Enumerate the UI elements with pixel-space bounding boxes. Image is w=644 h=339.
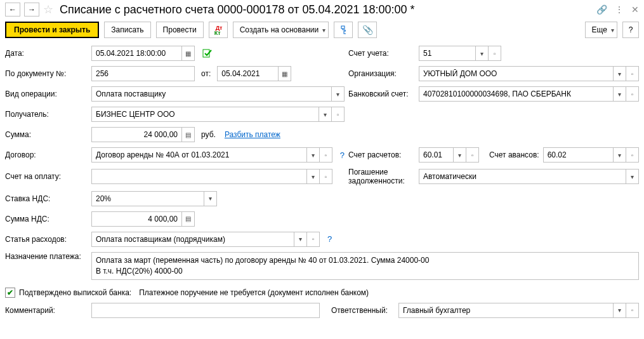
date-label: Дата: (5, 49, 88, 58)
settlement-account-input[interactable] (419, 147, 454, 163)
recipient-input[interactable] (91, 107, 319, 122)
payment-purpose-textarea[interactable]: Оплата за март (переменная часть) по дог… (91, 252, 639, 280)
advance-open-button[interactable]: ▫ (626, 147, 639, 163)
close-icon[interactable]: ✕ (631, 4, 639, 15)
structure-button[interactable] (334, 22, 353, 38)
operation-type-dropdown-button[interactable]: ▾ (332, 86, 345, 102)
responsible-label: Ответственный: (331, 306, 395, 315)
attach-button[interactable]: 📎 (358, 22, 377, 38)
calendar-icon: ▦ (282, 70, 287, 77)
recipient-label: Получатель: (5, 110, 88, 119)
more-button[interactable]: Еще (585, 22, 617, 38)
debt-repayment-label: Погашение задолженности: (348, 168, 415, 186)
amount-label: Сумма: (5, 130, 88, 139)
settlement-account-label: Счет расчетов: (348, 150, 415, 159)
structure-icon (341, 25, 346, 34)
link-icon[interactable]: 🔗 (596, 4, 607, 15)
account-input[interactable] (419, 46, 476, 61)
account-open-button[interactable]: ▫ (489, 46, 501, 61)
amount-calc-button[interactable]: ▤ (182, 127, 195, 142)
confirmed-checkbox[interactable]: ✔ Подтверждено выпиской банка: (5, 288, 131, 298)
settlement-open-button[interactable]: ▫ (466, 147, 479, 163)
svg-rect-0 (341, 26, 345, 29)
expense-dropdown-button[interactable]: ▾ (294, 232, 307, 247)
expense-open-button[interactable]: ▫ (307, 232, 320, 247)
vat-rate-input[interactable] (91, 191, 204, 206)
debt-repayment-input[interactable] (419, 169, 626, 184)
help-button[interactable]: ? (622, 22, 639, 38)
doc-num-input[interactable] (91, 66, 195, 81)
debt-dropdown-button[interactable]: ▾ (626, 169, 639, 184)
currency-label: руб. (201, 130, 216, 139)
date-input[interactable] (91, 46, 182, 61)
advance-dropdown-button[interactable]: ▾ (614, 147, 626, 163)
write-button[interactable]: Записать (104, 22, 150, 38)
create-based-button[interactable]: Создать на основании (233, 22, 329, 38)
responsible-input[interactable] (398, 303, 614, 318)
split-payment-link[interactable]: Разбить платеж (225, 130, 280, 139)
recipient-open-button[interactable]: ▫ (332, 107, 345, 122)
advance-account-label: Счет авансов: (489, 150, 539, 159)
advance-account-input[interactable] (543, 147, 614, 163)
checkbox-checked-icon: ✔ (5, 288, 15, 298)
vat-rate-dropdown-button[interactable]: ▾ (204, 191, 217, 206)
vat-rate-label: Ставка НДС: (5, 194, 88, 203)
comment-input[interactable] (91, 303, 320, 318)
invoice-dropdown-button[interactable]: ▾ (307, 169, 320, 184)
account-label: Счет учета: (348, 49, 415, 58)
amount-input[interactable] (91, 127, 182, 142)
nav-forward-button[interactable]: → (24, 3, 39, 17)
svg-rect-2 (344, 31, 346, 34)
bank-account-open-button[interactable]: ▫ (626, 86, 639, 102)
confirmed-label: Подтверждено выпиской банка: (19, 288, 131, 297)
responsible-dropdown-button[interactable]: ▾ (614, 303, 626, 318)
doc-from-calendar-button[interactable]: ▦ (279, 66, 291, 81)
invoice-input[interactable] (91, 169, 307, 184)
arrow-right-icon: → (28, 5, 36, 14)
from-label: от: (201, 69, 211, 78)
paperclip-icon: 📎 (362, 25, 373, 35)
submit-button[interactable]: Провести (156, 22, 204, 38)
operation-type-input[interactable] (91, 86, 332, 102)
contract-hint-button[interactable]: ? (340, 150, 345, 160)
org-input[interactable] (419, 66, 614, 81)
doc-num-label: По документу №: (5, 69, 88, 78)
doc-from-input[interactable] (217, 66, 279, 81)
expense-item-label: Статья расходов: (5, 235, 88, 244)
bank-account-dropdown-button[interactable]: ▾ (614, 86, 626, 102)
more-icon[interactable]: ⋮ (615, 4, 624, 15)
org-open-button[interactable]: ▫ (626, 66, 639, 81)
bank-account-label: Банковский счет: (348, 90, 415, 98)
contract-input[interactable] (91, 147, 307, 163)
dtkt-button[interactable]: ДтКт (209, 22, 228, 38)
calendar-button[interactable]: ▦ (182, 46, 195, 61)
dtkt-icon: ДтКт (216, 25, 221, 34)
submit-close-button[interactable]: Провести и закрыть (5, 22, 99, 38)
payment-purpose-label: Назначение платежа: (5, 252, 88, 262)
vat-amount-calc-button[interactable]: ▤ (182, 211, 195, 227)
recipient-dropdown-button[interactable]: ▾ (319, 107, 332, 122)
calendar-icon: ▦ (185, 50, 191, 57)
favorite-star-icon[interactable]: ☆ (43, 3, 53, 17)
comment-label: Комментарий: (5, 306, 88, 315)
settlement-dropdown-button[interactable]: ▾ (454, 147, 466, 163)
operation-type-label: Вид операции: (5, 90, 88, 98)
expense-item-input[interactable] (91, 232, 294, 247)
contract-dropdown-button[interactable]: ▾ (307, 147, 320, 163)
invoice-open-button[interactable]: ▫ (320, 169, 332, 184)
arrow-left-icon: ← (9, 5, 16, 14)
status-ok-icon[interactable] (202, 49, 213, 58)
payment-order-note: Платежное поручение не требуется (докуме… (139, 288, 369, 297)
expense-hint-button[interactable]: ? (327, 234, 332, 244)
nav-back-button[interactable]: ← (5, 3, 20, 17)
bank-account-input[interactable] (419, 86, 614, 102)
org-label: Организация: (348, 69, 415, 78)
calculator-icon: ▤ (185, 215, 191, 222)
contract-label: Договор: (5, 150, 88, 159)
calculator-icon: ▤ (185, 131, 191, 138)
responsible-open-button[interactable]: ▫ (626, 303, 639, 318)
account-dropdown-button[interactable]: ▾ (476, 46, 489, 61)
org-dropdown-button[interactable]: ▾ (614, 66, 626, 81)
contract-open-button[interactable]: ▫ (320, 147, 332, 163)
vat-amount-input[interactable] (91, 211, 182, 227)
